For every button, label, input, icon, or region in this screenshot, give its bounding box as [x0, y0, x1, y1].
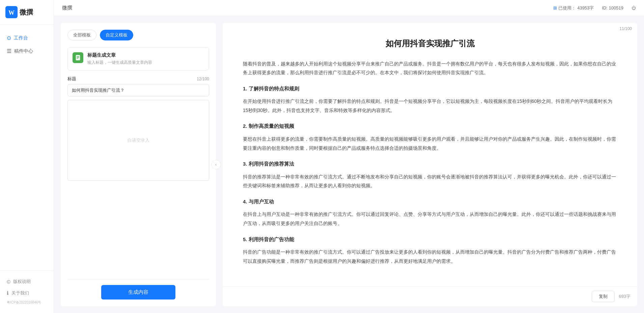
- template-info: 标题生成文章 输入标题，一键生成高质量文章内容: [87, 52, 152, 65]
- workbench-icon: ⊙: [7, 35, 11, 41]
- section-heading-5: 5. 利用抖音的广告功能: [243, 235, 617, 245]
- word-count: 693字: [619, 293, 631, 300]
- textarea-placeholder[interactable]: 白请空录入: [67, 100, 209, 181]
- id-value: 100519: [609, 5, 623, 10]
- tab-custom-templates[interactable]: 自定义模板: [100, 30, 133, 40]
- sidebar-item-label-drafts: 稿件中心: [14, 48, 33, 54]
- generate-button[interactable]: 生成内容: [101, 285, 175, 300]
- divider: [67, 279, 209, 280]
- template-card-icon: [73, 52, 83, 63]
- title-input[interactable]: [67, 84, 209, 96]
- paragraph-1: 在开始使用抖音进行推广引流之前，你需要了解抖音的特点和规则。抖音是一个短视频分享…: [243, 97, 617, 115]
- paragraph-5: 抖音的广告功能是一种非常有效的推广引流方式。你可以通过广告投放来让更多的人看到你…: [243, 248, 617, 265]
- sidebar-footer: © 版权说明 ℹ 关于我们 粤ICP备2022016846号: [0, 270, 54, 313]
- usage-info: ⊞ 已使用： 43953字: [553, 5, 594, 11]
- title-label: 标题: [67, 76, 76, 82]
- page-counter: 11/100: [619, 26, 632, 31]
- template-desc: 输入标题，一键生成高质量文章内容: [87, 60, 152, 65]
- id-label: ID:: [602, 5, 608, 10]
- about-icon: ℹ: [7, 290, 9, 296]
- logout-button[interactable]: ⏻: [632, 5, 636, 10]
- icp-text: 粤ICP备2022016846号: [0, 299, 54, 308]
- svg-rect-2: [76, 55, 80, 60]
- paragraph-3: 抖音的推荐算法是一种非常有效的推广引流方式。通过不断地发布和分享自己的短视频，你…: [243, 172, 617, 190]
- svg-text:W: W: [8, 9, 15, 16]
- article-header: 11/100: [223, 23, 637, 31]
- section-heading-4: 4. 与用户互动: [243, 197, 617, 207]
- tab-all-templates[interactable]: 全部模板: [67, 30, 96, 40]
- template-name: 标题生成文章: [87, 52, 152, 58]
- logo-area: W 微撰: [0, 0, 54, 25]
- field-label-row: 标题 12/100: [67, 76, 209, 82]
- article-footer: 复制 693字: [223, 286, 637, 306]
- header-right: ⊞ 已使用： 43953字 ID: 100519 ⏻: [553, 5, 636, 11]
- sidebar-nav: ⊙ 工作台 ☰ 稿件中心: [0, 25, 54, 270]
- app-name: 微撰: [20, 8, 33, 17]
- copy-button[interactable]: 复制: [592, 291, 615, 302]
- document-icon: [75, 55, 81, 61]
- about-item[interactable]: ℹ 关于我们: [0, 287, 54, 299]
- usage-label: 已使用：: [558, 5, 576, 11]
- intro-paragraph: 随着抖音的普及，越来越多的人开始利用这个短视频分享平台来推广自己的产品或服务。抖…: [243, 59, 617, 77]
- drafts-icon: ☰: [7, 48, 11, 54]
- section-heading-2: 2. 制作高质量的短视频: [243, 121, 617, 131]
- user-id: ID: 100519: [602, 5, 623, 10]
- sidebar-item-workbench[interactable]: ⊙ 工作台: [0, 31, 54, 45]
- article-title: 如何用抖音实现推广引流: [243, 38, 617, 49]
- copyright-label: 版权说明: [13, 279, 31, 285]
- form-section: 标题 12/100 白请空录入: [67, 76, 209, 274]
- article-content[interactable]: 如何用抖音实现推广引流 随着抖音的普及，越来越多的人开始利用这个短视频分享平台来…: [223, 31, 637, 286]
- header-title: 微撰: [62, 5, 72, 11]
- logo-icon: W: [5, 6, 18, 18]
- title-counter: 12/100: [197, 77, 209, 81]
- article-body: 随着抖音的普及，越来越多的人开始利用这个短视频分享平台来推广自己的产品或服务。抖…: [243, 59, 617, 266]
- copyright-item[interactable]: © 版权说明: [0, 276, 54, 287]
- main-area: 微撰 ⊞ 已使用： 43953字 ID: 100519 ⏻ 全部模板 自定义模板: [54, 0, 644, 313]
- tab-bar: 全部模板 自定义模板: [67, 30, 209, 40]
- about-label: 关于我们: [11, 290, 29, 296]
- paragraph-2: 要想在抖音上获得更多的流量，你需要制作高质量的短视频。高质量的短视频能够吸引更多…: [243, 135, 617, 152]
- template-card[interactable]: 标题生成文章 输入标题，一键生成高质量文章内容: [67, 47, 209, 70]
- content-area: 全部模板 自定义模板 标题生成文章 输入标题，一键生成高质量文章内容: [54, 16, 644, 313]
- usage-value: 43953字: [577, 5, 594, 11]
- left-panel: 全部模板 自定义模板 标题生成文章 输入标题，一键生成高质量文章内容: [61, 23, 216, 306]
- section-heading-3: 3. 利用抖音的推荐算法: [243, 159, 617, 169]
- sidebar-item-drafts[interactable]: ☰ 稿件中心: [0, 45, 54, 58]
- usage-icon: ⊞: [553, 5, 557, 10]
- sidebar-item-label-workbench: 工作台: [14, 35, 28, 41]
- paragraph-4: 在抖音上与用户互动是一种非常有效的推广引流方式。你可以通过回复评论、点赞、分享等…: [243, 210, 617, 228]
- sidebar: W 微撰 ⊙ 工作台 ☰ 稿件中心 © 版权说明 ℹ 关于我们 粤ICP备202…: [0, 0, 54, 313]
- collapse-arrow[interactable]: ‹: [211, 160, 221, 169]
- copyright-icon: ©: [7, 279, 10, 285]
- header: 微撰 ⊞ 已使用： 43953字 ID: 100519 ⏻: [54, 0, 644, 16]
- right-panel: 11/100 如何用抖音实现推广引流 随着抖音的普及，越来越多的人开始利用这个短…: [223, 23, 637, 306]
- textarea-placeholder-text: 白请空录入: [128, 137, 149, 143]
- section-heading-1: 1. 了解抖音的特点和规则: [243, 84, 617, 94]
